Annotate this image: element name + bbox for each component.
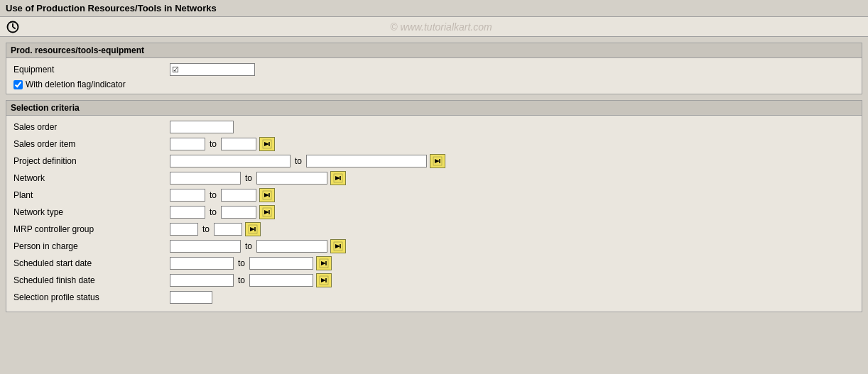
deletion-flag-label: With deletion flag/indicator [26,79,126,89]
scheduled-start-date-arrow[interactable] [316,256,332,270]
plant-arrow[interactable] [259,188,275,202]
selection-profile-status-label: Selection profile status [13,292,170,302]
network-label: Network [13,173,170,183]
plant-row: Plant to [13,188,855,202]
scheduled-finish-date-arrow[interactable] [316,273,332,287]
mrp-controller-group-arrow[interactable] [245,222,261,236]
project-definition-row: Project definition to [13,154,855,168]
scheduled-start-date-to[interactable] [249,257,313,270]
prod-resources-body: Equipment With deletion flag/indicator [6,58,862,94]
scheduled-finish-date-row: Scheduled finish date to [13,273,855,287]
project-definition-to[interactable] [306,155,427,167]
person-in-charge-label: Person in charge [13,241,170,251]
selection-profile-status-row: Selection profile status [13,290,855,304]
scheduled-start-date-from[interactable] [170,257,234,270]
network-type-from[interactable] [170,206,205,219]
sales-order-label: Sales order [13,122,170,132]
network-row: Network to [13,171,855,185]
sales-order-input[interactable] [170,121,234,133]
to-label-6: to [202,224,210,234]
scheduled-finish-date-label: Scheduled finish date [13,275,170,285]
to-label-7: to [245,241,252,251]
mrp-controller-group-to[interactable] [214,223,242,236]
equipment-label: Equipment [13,65,170,75]
selection-criteria-body: Sales order Sales order item to [6,116,862,312]
network-type-arrow[interactable] [259,205,275,219]
plant-from[interactable] [170,189,205,202]
to-label-9: to [238,275,245,285]
project-definition-from[interactable] [170,155,291,167]
sales-order-row: Sales order [13,120,855,134]
selection-criteria-header: Selection criteria [6,101,862,116]
sales-order-item-from[interactable] [170,138,205,150]
to-label-3: to [245,173,252,183]
main-content: Prod. resources/tools-equipment Equipmen… [0,37,868,324]
plant-to[interactable] [221,189,256,202]
person-in-charge-from[interactable] [170,240,241,253]
plant-label: Plant [13,190,170,200]
selection-criteria-section: Selection criteria Sales order Sales ord… [6,100,862,312]
network-to[interactable] [256,172,327,185]
to-label-1: to [210,139,217,149]
sales-order-item-to[interactable] [221,138,256,150]
mrp-controller-group-from[interactable] [170,223,198,236]
toolbar: © www.tutorialkart.com [0,17,868,37]
equipment-row: Equipment [13,62,855,77]
sales-order-item-row: Sales order item to [13,137,855,151]
to-label-2: to [295,156,302,166]
person-in-charge-row: Person in charge to [13,239,855,253]
scheduled-start-date-label: Scheduled start date [13,258,170,268]
prod-resources-section: Prod. resources/tools-equipment Equipmen… [6,43,862,94]
network-type-to[interactable] [221,206,256,219]
network-type-row: Network type to [13,205,855,219]
mrp-controller-group-row: MRP controller group to [13,222,855,236]
network-arrow[interactable] [330,171,346,185]
clock-icon[interactable] [6,20,20,34]
scheduled-finish-date-to[interactable] [249,274,313,287]
person-in-charge-arrow[interactable] [330,239,346,253]
to-label-8: to [238,258,245,268]
deletion-flag-row: With deletion flag/indicator [13,79,855,89]
person-in-charge-to[interactable] [256,240,327,253]
deletion-flag-checkbox[interactable] [13,80,23,89]
sales-order-item-label: Sales order item [13,139,170,149]
svg-line-2 [13,27,16,29]
network-from[interactable] [170,172,241,185]
scheduled-start-date-row: Scheduled start date to [13,256,855,270]
prod-resources-header: Prod. resources/tools-equipment [6,43,862,58]
equipment-input[interactable] [170,63,255,76]
project-definition-arrow[interactable] [430,154,445,168]
sales-order-item-arrow[interactable] [259,137,275,151]
page-title: Use of Production Resources/Tools in Net… [0,0,868,17]
to-label-4: to [210,190,217,200]
scheduled-finish-date-from[interactable] [170,274,234,287]
selection-profile-status-input[interactable] [170,291,212,304]
watermark-text: © www.tutorialkart.com [20,21,862,33]
project-definition-label: Project definition [13,156,170,166]
to-label-5: to [210,207,217,217]
mrp-controller-group-label: MRP controller group [13,224,170,234]
network-type-label: Network type [13,207,170,217]
